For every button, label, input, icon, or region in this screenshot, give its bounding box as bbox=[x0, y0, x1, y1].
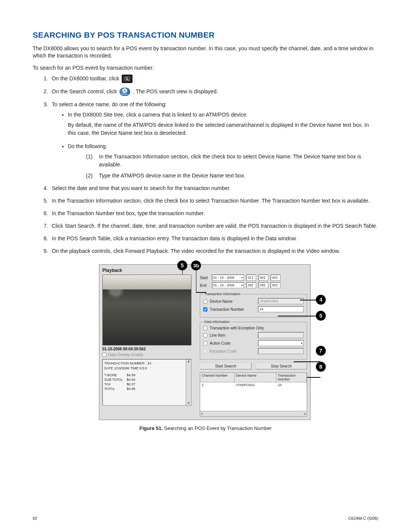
step-1-text-b: . bbox=[135, 75, 137, 81]
step-5: In the Transaction Information section, … bbox=[49, 197, 378, 205]
exception-only-checkbox[interactable] bbox=[203, 326, 207, 330]
stop-search-button[interactable]: Stop Search bbox=[255, 363, 307, 369]
lead-in: To search for an POS event by transactio… bbox=[33, 65, 378, 71]
step-6: In the Transaction Number text box, type… bbox=[49, 209, 378, 217]
transaction-number-input[interactable]: 24 bbox=[258, 306, 304, 312]
end-date-input[interactable]: 01 - 10 - 2006▾ bbox=[212, 282, 244, 288]
end-label: End bbox=[200, 283, 210, 288]
playback-panel: Playback 01-10-2006 09:04:39:562 Data Ov… bbox=[99, 264, 311, 420]
device-name-label: Device Name bbox=[210, 299, 256, 304]
start-sec-spin[interactable]: 00▴▾ bbox=[271, 275, 280, 281]
start-date-input[interactable]: 01 - 10 - 2006▾ bbox=[212, 275, 244, 281]
scrollbar[interactable]: ▲▼ bbox=[186, 359, 191, 405]
step-1-text-a: On the DX8000 toolbar, click bbox=[52, 75, 121, 81]
receipt-data-window: TRANSACTION NUMBER : 24 DATE 1/10/2006 T… bbox=[102, 359, 191, 406]
start-search-button[interactable]: Start Search bbox=[200, 363, 252, 369]
leader-line bbox=[196, 270, 196, 292]
callout-5: 5 bbox=[177, 260, 187, 270]
search-toolbar-icon bbox=[122, 75, 132, 83]
start-hour-spin[interactable]: 01▴▾ bbox=[246, 275, 256, 281]
action-code-select[interactable]: ▾ bbox=[258, 340, 304, 346]
step-2-text-a: On the Search control, click bbox=[52, 88, 118, 94]
leader-line bbox=[278, 316, 320, 316]
table-header: Channel Number Device Name Transaction N… bbox=[200, 373, 307, 382]
start-label: Start bbox=[200, 276, 210, 280]
leader-line bbox=[294, 361, 320, 362]
step-1: On the DX8000 toolbar, click . bbox=[49, 75, 378, 83]
transaction-information-group: Transaction Information Device Name ATM/… bbox=[200, 292, 307, 318]
transaction-number-label: Transaction Number bbox=[210, 307, 256, 312]
video-timestamp: 01-10-2006 09:04:39:562 bbox=[102, 347, 193, 351]
start-min-spin[interactable]: 00▴▾ bbox=[258, 275, 268, 281]
step-3-bullet-1-note: By default, the name of the ATM/POS devi… bbox=[68, 121, 378, 137]
data-overlay-checkbox[interactable] bbox=[102, 353, 107, 357]
intro-paragraph: The DX8000 allows you to search for a PO… bbox=[33, 45, 378, 59]
substep-2: (2)Type the ATM/POS device name in the D… bbox=[86, 172, 378, 180]
page-heading: Searching by POS Transaction Number bbox=[33, 30, 378, 40]
dollar-icon: $ bbox=[123, 88, 127, 93]
callout-8: 8 bbox=[316, 362, 326, 372]
horizontal-scrollbar[interactable]: ◂▸ bbox=[200, 411, 307, 416]
svg-rect-0 bbox=[125, 77, 130, 80]
step-3: To select a device name, do one of the f… bbox=[49, 101, 378, 180]
end-sec-spin[interactable]: 00▴▾ bbox=[271, 282, 280, 288]
step-8: In the POS Search Table, click a transac… bbox=[49, 235, 378, 243]
figure-caption: Figure 51. Searching an POS Event by Tra… bbox=[99, 425, 312, 431]
end-min-spin[interactable]: 05▴▾ bbox=[258, 282, 268, 288]
step-2: On the Search control, click $ POS Searc… bbox=[49, 88, 378, 96]
line-item-input[interactable] bbox=[258, 332, 304, 338]
chevron-down-icon: ▾ bbox=[241, 284, 243, 287]
pos-search-icon: $ POS Search bbox=[119, 88, 130, 96]
transaction-number-checkbox[interactable] bbox=[203, 307, 207, 312]
callout-3b: 3b bbox=[191, 260, 201, 270]
receipt-table: T-BONE$4.59 SUB TOTAL$4.59 TAX$0.37 TOTA… bbox=[104, 373, 139, 391]
end-hour-spin[interactable]: 09▴▾ bbox=[246, 282, 256, 288]
table-row[interactable]: 2 ATM/POS01 24 bbox=[200, 382, 307, 388]
pos-search-table[interactable]: Channel Number Device Name Transaction N… bbox=[200, 372, 307, 417]
chevron-down-icon: ▾ bbox=[241, 276, 243, 280]
action-code-checkbox[interactable] bbox=[203, 341, 207, 345]
procedure-list: On the DX8000 toolbar, click . On the Se… bbox=[33, 75, 378, 256]
doc-id: C624M-C (5/06) bbox=[348, 516, 378, 521]
video-preview bbox=[102, 275, 191, 345]
step-7: Click Start Search. If the channel, date… bbox=[49, 222, 378, 230]
chevron-down-icon: ▾ bbox=[301, 342, 303, 345]
device-name-checkbox[interactable] bbox=[203, 299, 207, 304]
substep-1: (1)In the Transaction Information sectio… bbox=[86, 153, 378, 169]
data-information-group: Data Information Transaction with Except… bbox=[200, 320, 307, 359]
device-name-input[interactable]: ATM/POS01 bbox=[258, 298, 304, 304]
panel-title: Playback bbox=[102, 268, 307, 273]
callout-7: 7 bbox=[316, 346, 326, 356]
step-2-text-b: . The POS search view is displayed. bbox=[133, 88, 218, 94]
leader-line bbox=[196, 292, 206, 292]
line-item-checkbox[interactable] bbox=[203, 333, 207, 337]
step-3-bullet-1: In the DX8000 Site tree, click a camera … bbox=[68, 111, 378, 137]
exception-code-checkbox[interactable] bbox=[203, 349, 207, 353]
data-overlay-label: Data Overlay Enable bbox=[108, 353, 143, 357]
step-4: Select the date and time that you want t… bbox=[49, 184, 378, 192]
exception-code-input[interactable] bbox=[258, 348, 304, 354]
leader-line bbox=[300, 300, 320, 300]
step-9: On the playback controls, click Forward … bbox=[49, 247, 378, 255]
step-3-bullet-2: Do the following: (1)In the Transaction … bbox=[68, 142, 378, 180]
page-number: 82 bbox=[33, 516, 37, 521]
figure-51: 5 3b 4 6 7 8 Playback 01-10-2006 09:04:3… bbox=[99, 264, 312, 431]
